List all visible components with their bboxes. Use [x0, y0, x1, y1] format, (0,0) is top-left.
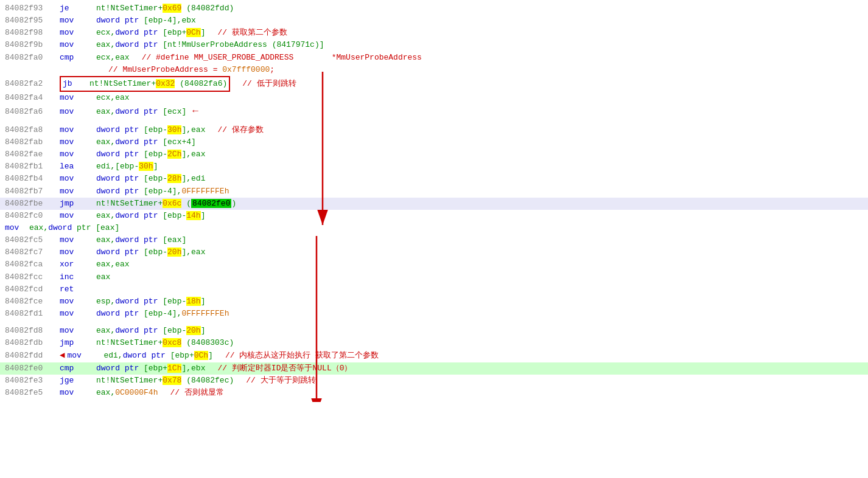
comment: // #define MM_USER_PROBE_ADDRESS *MmUser…: [142, 52, 422, 64]
address: 84082fa6: [5, 106, 60, 118]
blank-line: [0, 320, 868, 325]
mnemonic: xor: [60, 258, 96, 271]
disassembly-view: 84082f93 je nt!NtSetTimer+0x69 (84082fdd…: [0, 0, 868, 402]
code-line: 84082fd1 mov dword ptr [ebp-4],0FFFFFFFE…: [0, 308, 868, 320]
code-line: 84082fce mov esp,dword ptr [ebp-18h]: [0, 296, 868, 308]
jb-line: 84082fa2 jb nt!NtSetTimer+0x32 (84082fa6…: [0, 76, 868, 92]
mnemonic: mov: [60, 308, 96, 320]
mnemonic: jb: [63, 78, 87, 90]
ret-line: 84082fcd ret: [0, 283, 868, 296]
code-line: 84082f93 je nt!NtSetTimer+0x69 (84082fdd…: [0, 2, 868, 15]
arrow-target-line: 84082fdd ◀ mov edi,dword ptr [ebp+0Ch] /…: [0, 349, 868, 362]
operand: nt!NtSetTimer+0x6c (84082fe0): [96, 198, 236, 210]
operand: nt!NtSetTimer+0x69 (84082fdd): [96, 2, 234, 15]
address: 84082fa0: [5, 52, 60, 64]
operand: eax,0C0000F4h: [96, 387, 158, 399]
code-line: 84082fae mov dword ptr [ebp-2Ch],eax: [0, 148, 868, 161]
operand: eax,dword ptr [ebp-20h]: [96, 325, 205, 337]
mnemonic: mov: [60, 27, 96, 39]
standalone-line: mov eax,dword ptr [eax]: [0, 222, 868, 234]
address: 84082fb7: [5, 185, 60, 198]
address: 84082f9b: [5, 39, 60, 51]
code-line: 84082fca xor eax,eax: [0, 258, 868, 271]
mnemonic: je: [60, 2, 96, 15]
code-line: 84082fd8 mov eax,dword ptr [ebp-20h]: [0, 325, 868, 337]
operand: eax,dword ptr [nt!MmUserProbeAddress (84…: [96, 39, 324, 51]
code-line: 84082fc5 mov eax,dword ptr [eax]: [0, 234, 868, 246]
green-bg-line: 84082fe0 cmp dword ptr [ebp+1Ch],ebx // …: [0, 362, 868, 375]
address: 84082fc5: [5, 234, 60, 246]
operand: eax: [96, 271, 110, 283]
operand: eax,dword ptr [ecx+4]: [96, 136, 196, 148]
address: 84082fca: [5, 258, 60, 271]
mnemonic: mov: [60, 148, 96, 161]
mnemonic: mov: [60, 173, 96, 185]
code-line: 84082f9b mov eax,dword ptr [nt!MmUserPro…: [0, 39, 868, 51]
operand: eax,eax: [96, 258, 130, 271]
blank-line: [0, 119, 868, 124]
comment: // 否则就显常: [170, 387, 223, 399]
address: 84082fc7: [5, 246, 60, 258]
address: 84082fa2: [5, 78, 60, 90]
mnemonic: cmp: [60, 362, 96, 375]
boxed-instruction: jb nt!NtSetTimer+0x32 (84082fa6): [60, 76, 230, 92]
code-line: 84082fab mov eax,dword ptr [ecx+4]: [0, 136, 868, 148]
operand: dword ptr [ebp-20h],eax: [96, 246, 205, 258]
address: 84082fa8: [5, 124, 60, 136]
operand: ecx,dword ptr [ebp+0Ch]: [96, 27, 205, 39]
address: 84082fbe: [5, 198, 60, 210]
address: 84082fcc: [5, 271, 60, 283]
red-arrow-icon: ◀: [60, 349, 65, 362]
comment: // 获取第二个参数: [217, 27, 287, 39]
code-line: 84082fb7 mov dword ptr [ebp-4],0FFFFFFFE…: [0, 185, 868, 198]
mnemonic: ret: [60, 283, 96, 296]
mnemonic: mov: [60, 136, 96, 148]
code-line: 84082f98 mov ecx,dword ptr [ebp+0Ch] // …: [0, 27, 868, 39]
code-line: 84082fe3 jge nt!NtSetTimer+0x78 (84082fe…: [0, 375, 868, 387]
comment: // 内核态从这开始执行 获取了第二个参数: [225, 350, 379, 362]
address: 84082fe3: [5, 375, 60, 387]
address: 84082fb4: [5, 173, 60, 185]
comment: // MmUserProbeAddress = 0x7fff0000;: [108, 64, 275, 76]
operand: dword ptr [ebp-4],ebx: [96, 15, 196, 27]
address: 84082fcd: [5, 283, 60, 296]
mnemonic: mov: [60, 387, 96, 399]
operand: nt!NtSetTimer+0x32 (84082fa6): [89, 78, 227, 90]
code-line: 84082fdb jmp nt!NtSetTimer+0xc8 (8408303…: [0, 337, 868, 349]
code-line-comment: // MmUserProbeAddress = 0x7fff0000;: [0, 64, 868, 76]
code-line: 84082fc7 mov dword ptr [ebp-20h],eax: [0, 246, 868, 258]
arrow-right-indicator: ←: [192, 104, 198, 119]
comment: // 保存参数: [217, 124, 263, 136]
address: 84082fdd: [5, 350, 60, 362]
operand: edi,[ebp-30h]: [96, 161, 158, 173]
code-line: 84082fa0 cmp ecx,eax // #define MM_USER_…: [0, 52, 868, 64]
mnemonic: mov: [60, 234, 96, 246]
comment: // 大于等于则跳转: [246, 375, 315, 387]
operand: ecx,eax: [96, 52, 130, 64]
address: 84082fab: [5, 136, 60, 148]
operand: edi,dword ptr [ebp+0Ch]: [103, 350, 212, 362]
code-line: 84082fa8 mov dword ptr [ebp-30h],eax // …: [0, 124, 868, 136]
address: 84082fb1: [5, 161, 60, 173]
mnemonic: jmp: [60, 337, 96, 349]
code-line: 84082fb1 lea edi,[ebp-30h]: [0, 161, 868, 173]
address: 84082fe0: [5, 362, 60, 375]
code-line: 84082fe5 mov eax,0C0000F4h // 否则就显常: [0, 387, 868, 399]
address: 84082fce: [5, 296, 60, 308]
address: 84082f95: [5, 15, 60, 27]
operand: eax,dword ptr [ecx]: [96, 106, 186, 118]
mnemonic: mov: [60, 106, 96, 118]
standalone-mnemonic: mov: [5, 222, 23, 234]
jmp-line: 84082fbe jmp nt!NtSetTimer+0x6c (84082fe…: [0, 198, 868, 210]
operand: dword ptr [ebp-30h],eax: [96, 124, 205, 136]
code-line: 84082fa4 mov ecx,eax: [0, 92, 868, 104]
address: 84082f93: [5, 2, 60, 15]
operand: dword ptr [ebp-4],0FFFFFFFEh: [96, 185, 229, 198]
mnemonic: mov: [60, 210, 96, 222]
code-line: 84082f95 mov dword ptr [ebp-4],ebx: [0, 15, 868, 27]
comment: // 低于则跳转: [242, 78, 296, 90]
mnemonic: mov: [60, 246, 96, 258]
mnemonic: mov: [60, 92, 96, 104]
address: 84082f98: [5, 27, 60, 39]
mnemonic: lea: [60, 161, 96, 173]
